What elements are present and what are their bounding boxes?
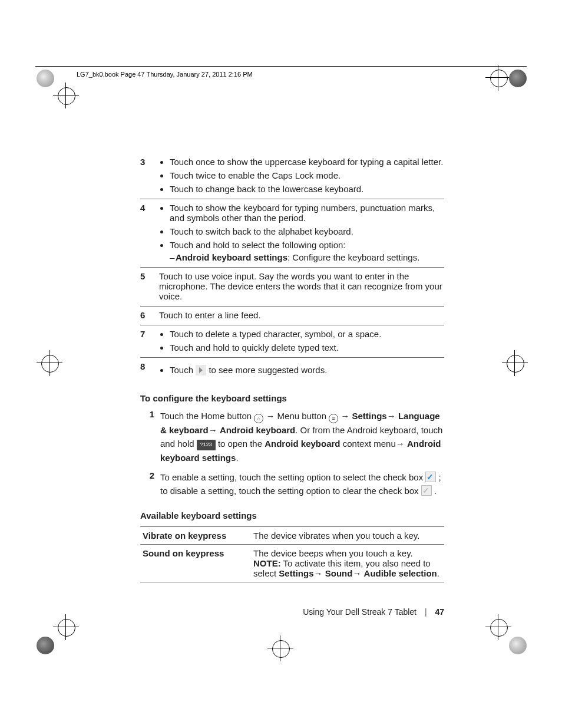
setting-desc: The device vibrates when you touch a key… <box>251 527 444 545</box>
setting-desc: The device beeps when you touch a key. N… <box>251 545 444 582</box>
arrow: → <box>314 568 325 578</box>
text-run: To enable a setting, touch the setting o… <box>160 472 425 482</box>
text-run: to open the <box>218 439 265 449</box>
more-words-arrow-icon <box>196 365 206 375</box>
bullet-list: Touch to delete a typed character, symbo… <box>159 329 444 353</box>
footer-title: Using Your Dell Streak 7 Tablet <box>303 607 416 617</box>
nav-path: Settings <box>279 568 313 578</box>
table-row: 4 Touch to show the keyboard for typing … <box>140 199 444 268</box>
option-label: Android keyboard settings <box>176 252 287 262</box>
running-header: LG7_bk0.book Page 47 Thursday, January 2… <box>77 71 253 78</box>
page-footer: Using Your Dell Streak 7 Tablet | 47 <box>303 607 444 617</box>
text-run: The device beeps when you touch a key. <box>253 548 413 558</box>
step-number: 2 <box>140 470 160 498</box>
table-row: 5 Touch to use voice input. Say the word… <box>140 268 444 307</box>
step-number: 5 <box>140 271 159 301</box>
footer-separator: | <box>425 607 427 617</box>
step-content: Touch the Home button ⌂ → Menu button ≡ … <box>160 409 444 465</box>
step-number: 3 <box>140 157 159 194</box>
corner-blob-icon <box>37 637 54 654</box>
text-run: Touch the Home button <box>160 411 254 421</box>
section-heading: Available keyboard settings <box>140 510 444 521</box>
setting-label: Vibrate on keypress <box>140 527 251 545</box>
keyboard-key-icon: ?123 <box>197 440 216 450</box>
arrow: → <box>387 411 398 421</box>
text-run: → <box>340 411 352 421</box>
checkbox-unchecked-icon <box>421 485 432 496</box>
ordered-steps: 1 Touch the Home button ⌂ → Menu button … <box>140 409 444 498</box>
bullet-list: Touch once to show the uppercase keyboar… <box>159 157 444 194</box>
step-content: To enable a setting, touch the setting o… <box>160 470 444 498</box>
note-tag: NOTE: <box>253 558 281 568</box>
nav-path: Settings <box>352 411 387 421</box>
list-item: Touch to switch back to the alphabet key… <box>170 226 444 236</box>
page-number: 47 <box>435 607 444 617</box>
list-item: Touch to delete a typed character, symbo… <box>170 329 444 339</box>
corner-blob-icon <box>509 637 527 654</box>
step-text: Touch to use voice input. Say the words … <box>159 271 444 301</box>
step-number: 4 <box>140 203 159 262</box>
registration-mark-icon <box>490 619 507 635</box>
table-row: 7 Touch to delete a typed character, sym… <box>140 325 444 358</box>
registration-mark-icon <box>41 355 58 371</box>
text-run: to see more suggested words. <box>209 365 327 375</box>
registration-mark-icon <box>507 355 523 371</box>
step-text: Touch to enter a line feed. <box>159 310 444 320</box>
section-heading: To configure the keyboard settings <box>140 393 444 403</box>
home-button-icon: ⌂ <box>254 414 263 423</box>
text-run: . <box>437 568 439 578</box>
list-item: Touch once to show the uppercase keyboar… <box>170 157 444 167</box>
settings-table: Vibrate on keypress The device vibrates … <box>140 526 444 582</box>
nav-path: Android keyboard <box>220 425 295 435</box>
table-row: 3 Touch once to show the uppercase keybo… <box>140 153 444 199</box>
table-row: Vibrate on keypress The device vibrates … <box>140 527 444 545</box>
step-number: 6 <box>140 310 159 320</box>
text-run: . <box>236 453 238 463</box>
table-row: Sound on keypress The device beeps when … <box>140 545 444 582</box>
list-item: Touch to show the keyboard for typing nu… <box>170 203 444 223</box>
text-run: → Menu button <box>266 411 329 421</box>
nav-path: Audible selection <box>364 568 437 578</box>
checkbox-checked-icon <box>425 472 436 482</box>
step-number: 8 <box>140 361 159 375</box>
list-item: Touch to change back to the lowercase ke… <box>170 184 444 194</box>
step-number: 1 <box>140 409 160 465</box>
registration-mark-icon <box>58 619 74 635</box>
bullet-list: Touch to see more suggested words. <box>159 365 444 375</box>
text-run: . <box>434 486 437 496</box>
table-row: 6 Touch to enter a line feed. <box>140 307 444 325</box>
list-item: Touch and hold to quickly delete typed t… <box>170 342 444 353</box>
step-number: 7 <box>140 329 159 353</box>
registration-mark-icon <box>272 640 289 657</box>
page-content: 3 Touch once to show the uppercase keybo… <box>140 153 444 582</box>
setting-label: Sound on keypress <box>140 545 251 582</box>
bullet-list: Touch to show the keyboard for typing nu… <box>159 203 444 250</box>
arrow: → <box>209 425 220 435</box>
registration-mark-icon <box>490 70 507 86</box>
corner-blob-icon <box>37 70 54 87</box>
text-run: context menu→ <box>343 439 407 449</box>
list-item: Touch to see more suggested words. <box>170 365 444 375</box>
nav-path: Android keyboard <box>265 439 340 449</box>
corner-blob-icon <box>509 70 527 87</box>
list-item: Touch twice to enable the Caps Lock mode… <box>170 170 444 180</box>
registration-mark-icon <box>58 87 74 104</box>
list-item: Touch and hold to select the following o… <box>170 240 444 250</box>
option-desc: : Configure the keyboard settings. <box>287 252 419 262</box>
sub-option: –Android keyboard settings: Configure th… <box>170 252 444 262</box>
menu-button-icon: ≡ <box>329 414 338 423</box>
nav-path: Sound <box>325 568 353 578</box>
arrow: → <box>352 568 363 578</box>
text-run: Touch <box>170 365 196 375</box>
header-rule <box>35 66 527 67</box>
table-row: 8 Touch to see more suggested words. <box>140 358 444 380</box>
